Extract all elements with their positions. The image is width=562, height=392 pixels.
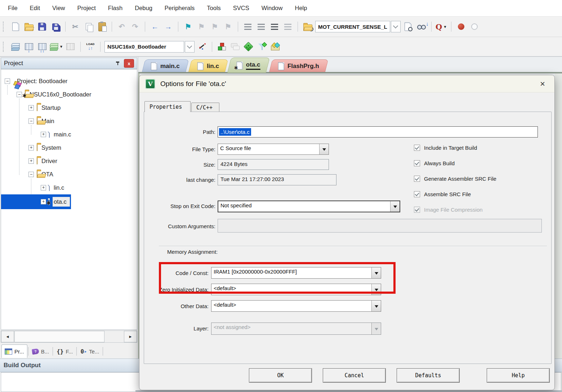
open-file-icon[interactable] (23, 21, 35, 33)
dialog-tab-Properties[interactable]: Properties (144, 101, 191, 112)
scrollbar-thumb[interactable] (14, 331, 104, 342)
tree-item-main-c[interactable]: +main.c (1, 128, 74, 141)
tree-expander-icon[interactable]: − (17, 92, 22, 97)
help-button[interactable]: Help (487, 368, 550, 383)
menu-item-peripherals[interactable]: Peripherals (165, 5, 195, 12)
file-type-select[interactable]: C Source file (218, 144, 329, 155)
find-in-files-icon[interactable] (302, 21, 313, 33)
comment-icon[interactable] (269, 21, 280, 33)
tree-expander-icon[interactable]: + (28, 158, 34, 164)
checkbox-include-in-target-build[interactable]: Include in Target Build (414, 145, 477, 151)
breakpoint-icon[interactable] (455, 21, 467, 33)
ok-button[interactable]: OK (249, 368, 312, 383)
search-input[interactable]: MOT_CURRENT_SENSE_L (315, 21, 390, 32)
copy-icon[interactable] (83, 21, 94, 33)
checkbox-assemble-src-file[interactable]: Assemble SRC File (414, 191, 471, 197)
menu-item-help[interactable]: Help (295, 5, 307, 12)
tree-expander-icon[interactable]: − (28, 118, 34, 124)
bookmark-next-icon[interactable]: ⚑ (209, 21, 220, 33)
tree-item-Project--Bootloader[interactable]: −Project: Bootloader (1, 75, 70, 88)
breakpoint-disabled-icon[interactable] (469, 21, 480, 33)
tree-expander-icon[interactable]: + (41, 132, 46, 137)
tree-item-NSUC16x0_Bootloader[interactable]: −∗NSUC16x0_Bootloader (1, 88, 94, 101)
target-combobox[interactable]: NSUC16x0_Bootloader (104, 41, 195, 53)
navigate-forward-icon[interactable]: → (162, 21, 174, 33)
tree-expander-icon[interactable]: + (28, 105, 34, 111)
download-icon[interactable]: LOAD↓↑ (85, 41, 96, 53)
other-data-select[interactable]: <default> (211, 300, 381, 312)
pin-icon[interactable] (115, 61, 120, 66)
translate-file-icon[interactable] (10, 41, 21, 53)
checkbox-checked-icon[interactable] (414, 176, 420, 182)
undo-icon[interactable]: ↶ (116, 21, 128, 33)
save-all-icon[interactable] (50, 21, 61, 33)
target-select[interactable]: NSUC16x0_Bootloader (104, 41, 184, 53)
uncomment-icon[interactable] (282, 21, 294, 33)
menu-item-window[interactable]: Window (262, 5, 283, 12)
paste-icon[interactable] (96, 21, 108, 33)
scroll-left-button[interactable]: ◄ (1, 331, 14, 342)
editor-tab-FlashPrg-h[interactable]: FlashPrg.h (269, 59, 328, 73)
batch-build-icon[interactable]: ▼ (50, 41, 63, 53)
cut-icon[interactable]: ✂ (70, 21, 81, 33)
checkbox-generate-assembler-src-file[interactable]: Generate Assembler SRC File (414, 176, 496, 182)
navigate-back-icon[interactable]: ← (149, 21, 161, 33)
menu-item-project[interactable]: Project (77, 5, 96, 12)
dialog-tab-C-C--[interactable]: C/C++ (191, 103, 219, 112)
menu-item-file[interactable]: File (8, 5, 18, 12)
options-for-target-icon[interactable] (196, 41, 208, 53)
file-type-dropdown-icon[interactable] (319, 144, 329, 154)
bookmark-clear-icon[interactable]: ⚑ (222, 21, 234, 33)
tree-item-Driver[interactable]: +Driver (1, 154, 60, 168)
save-icon[interactable] (36, 21, 48, 33)
indent-icon[interactable] (242, 21, 254, 33)
tree-expander-icon[interactable]: + (41, 185, 46, 190)
menu-item-svcs[interactable]: SVCS (233, 5, 249, 12)
search-dropdown-icon[interactable] (391, 21, 401, 32)
tree-expander-icon[interactable]: + (28, 145, 34, 150)
tree-item-OTA[interactable]: −OTA (1, 168, 56, 181)
find-icon[interactable] (402, 21, 414, 33)
stop-on-exit-select[interactable]: Not specified (218, 200, 400, 212)
defaults-button[interactable]: Defaults (397, 368, 460, 383)
tree-item-Startup[interactable]: +Startup (1, 101, 63, 114)
menu-item-edit[interactable]: Edit (30, 5, 40, 12)
tree-expander-icon[interactable]: + (41, 199, 46, 204)
build-icon[interactable]: ↓ (23, 41, 35, 53)
editor-tab-main-c[interactable]: main.c (142, 59, 189, 73)
workspace-tab-templates[interactable]: 0➤Te... (77, 345, 102, 358)
bookmark-prev-icon[interactable]: ⚑ (196, 21, 207, 33)
dialog-close-icon[interactable]: × (536, 79, 549, 89)
quick-search-icon[interactable]: Q▼ (436, 21, 447, 33)
tree-item-lin-c[interactable]: +lin.c (1, 181, 67, 194)
scroll-right-button[interactable]: ► (124, 331, 137, 342)
search-combobox[interactable]: MOT_CURRENT_SENSE_L (315, 21, 401, 32)
close-panel-button[interactable]: x (124, 59, 134, 68)
outdent-icon[interactable] (255, 21, 267, 33)
target-dropdown-icon[interactable] (185, 41, 195, 53)
pack-installer-icon[interactable] (269, 41, 281, 53)
manage-project-items-icon[interactable] (216, 41, 228, 53)
workspace-tab-braces[interactable]: {}F... (54, 345, 76, 358)
workspace-tab-project-grid[interactable]: Pr... (1, 344, 27, 358)
tree-item-Main[interactable]: −Main (1, 114, 57, 128)
bookmark-toggle-icon[interactable]: ⚑ (182, 21, 194, 33)
rebuild-icon[interactable]: ↓↓ (36, 41, 48, 53)
checkbox-checked-icon[interactable] (414, 191, 420, 197)
editor-tab-ota-c[interactable]: ∗ota.c (227, 58, 270, 73)
editor-tab-lin-c[interactable]: lin.c (188, 59, 228, 73)
tree-expander-icon[interactable]: − (28, 172, 34, 177)
checkbox-checked-icon[interactable] (414, 145, 420, 151)
new-file-icon[interactable] (10, 21, 21, 33)
other-data-dropdown-icon[interactable] (371, 301, 381, 311)
workspace-tab-books[interactable]: ?B... (29, 345, 52, 358)
menu-item-flash[interactable]: Flash (108, 5, 122, 12)
menu-item-view[interactable]: View (52, 5, 65, 12)
run-time-environment-icon[interactable] (243, 41, 254, 53)
tree-expander-icon[interactable]: − (5, 78, 10, 84)
redo-icon[interactable]: ↷ (129, 21, 141, 33)
menu-item-debug[interactable]: Debug (135, 5, 152, 12)
checkbox-always-build[interactable]: Always Build (414, 160, 455, 166)
path-input[interactable]: ..\User\ota.c (218, 126, 538, 138)
checkbox-checked-icon[interactable] (414, 160, 420, 166)
